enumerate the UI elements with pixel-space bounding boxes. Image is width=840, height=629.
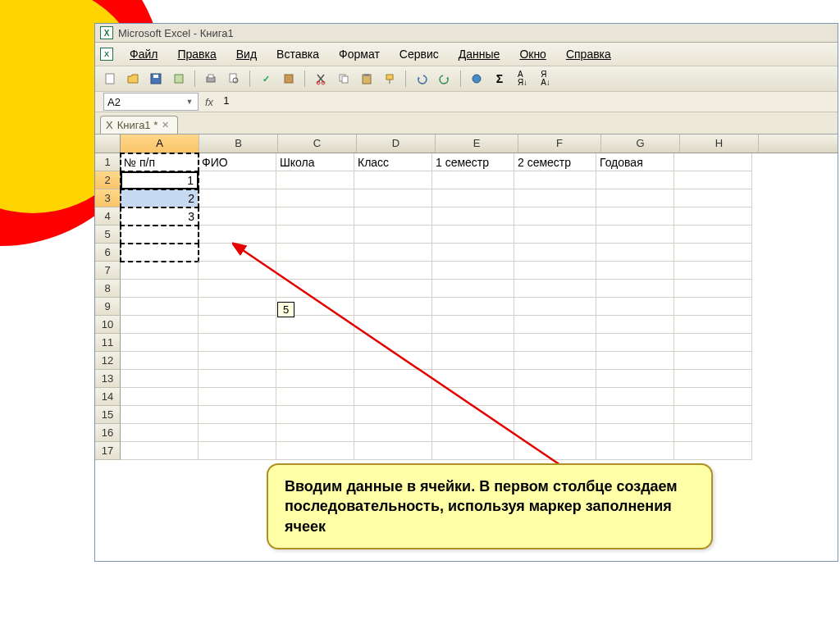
cell[interactable]: [432, 370, 514, 388]
cell[interactable]: [121, 352, 199, 370]
cell[interactable]: [276, 316, 354, 334]
cell[interactable]: [596, 280, 674, 298]
cell-A4[interactable]: 3: [121, 207, 199, 226]
cell[interactable]: [674, 153, 752, 171]
cell[interactable]: [354, 334, 432, 352]
menu-tools[interactable]: Сервис: [391, 45, 447, 63]
cell[interactable]: [121, 298, 199, 316]
cell[interactable]: [199, 207, 276, 226]
cell[interactable]: [432, 280, 514, 298]
open-icon[interactable]: [123, 69, 143, 89]
cell[interactable]: [354, 189, 432, 207]
name-box-dropdown-icon[interactable]: ▼: [185, 98, 194, 106]
menu-file[interactable]: Файл: [121, 45, 166, 63]
menu-format[interactable]: Формат: [331, 45, 388, 63]
cell[interactable]: [199, 442, 276, 460]
menu-help[interactable]: Справка: [558, 45, 619, 63]
cell[interactable]: [514, 388, 596, 406]
cell[interactable]: [596, 298, 674, 316]
col-header-C[interactable]: C: [278, 134, 357, 153]
sort-desc-icon[interactable]: ЯА↓: [536, 69, 555, 89]
cell[interactable]: [432, 442, 514, 460]
redo-icon[interactable]: [435, 69, 454, 89]
cell[interactable]: [121, 424, 199, 442]
cell[interactable]: [596, 388, 674, 406]
cell[interactable]: [121, 244, 199, 262]
new-icon[interactable]: [100, 69, 120, 89]
cell[interactable]: [276, 244, 354, 262]
paste-icon[interactable]: [357, 69, 377, 89]
col-header-B[interactable]: B: [199, 134, 278, 153]
cell[interactable]: [674, 442, 752, 460]
cell[interactable]: [354, 262, 432, 280]
col-header-D[interactable]: D: [357, 134, 436, 153]
cell[interactable]: [596, 406, 674, 424]
cell[interactable]: [199, 388, 276, 406]
cell[interactable]: [199, 171, 276, 189]
cell[interactable]: [276, 352, 354, 370]
cell[interactable]: [354, 280, 432, 298]
cell[interactable]: [596, 442, 674, 460]
cell[interactable]: [514, 298, 596, 316]
cell[interactable]: [121, 442, 199, 460]
row-header[interactable]: 4: [95, 207, 121, 226]
menu-view[interactable]: Вид: [228, 45, 265, 63]
cell[interactable]: [276, 207, 354, 226]
cell-F1[interactable]: 2 семестр: [514, 153, 596, 171]
cell[interactable]: [674, 226, 752, 244]
document-tab[interactable]: X Книга1 * ✕: [100, 116, 178, 134]
row-header[interactable]: 5: [95, 226, 121, 244]
cell[interactable]: [674, 207, 752, 226]
row-header[interactable]: 10: [95, 316, 121, 334]
cell[interactable]: [199, 406, 276, 424]
cell[interactable]: [514, 189, 596, 207]
row-header[interactable]: 2: [95, 171, 121, 189]
cell[interactable]: [432, 207, 514, 226]
cell[interactable]: [276, 334, 354, 352]
cell[interactable]: [674, 406, 752, 424]
row-header[interactable]: 3: [95, 189, 121, 207]
row-header[interactable]: 6: [95, 244, 121, 262]
row-header[interactable]: 12: [95, 352, 121, 370]
cut-icon[interactable]: [311, 69, 331, 89]
cell[interactable]: [199, 226, 276, 244]
cell[interactable]: [121, 406, 199, 424]
cell[interactable]: [121, 262, 199, 280]
cell[interactable]: [276, 406, 354, 424]
cell[interactable]: [674, 189, 752, 207]
cell[interactable]: [596, 316, 674, 334]
cell[interactable]: [514, 406, 596, 424]
cell[interactable]: [354, 388, 432, 406]
cell[interactable]: [596, 370, 674, 388]
col-header-F[interactable]: F: [518, 134, 601, 153]
cell[interactable]: [354, 244, 432, 262]
spelling-icon[interactable]: ✓: [256, 69, 276, 89]
cell[interactable]: [276, 442, 354, 460]
cell[interactable]: [432, 244, 514, 262]
cell[interactable]: [432, 334, 514, 352]
cell-A1[interactable]: № п/п: [121, 153, 199, 171]
cell[interactable]: [276, 226, 354, 244]
format-painter-icon[interactable]: [380, 69, 399, 89]
cell[interactable]: [514, 280, 596, 298]
cell-G1[interactable]: Годовая: [596, 153, 674, 171]
cell[interactable]: [199, 244, 276, 262]
fx-label[interactable]: fx: [205, 96, 213, 108]
cell[interactable]: [596, 424, 674, 442]
cell[interactable]: [121, 316, 199, 334]
print-icon[interactable]: [201, 69, 221, 89]
cell[interactable]: [674, 244, 752, 262]
cell-A3[interactable]: 2: [121, 189, 199, 207]
cell[interactable]: [199, 280, 276, 298]
cell[interactable]: [354, 316, 432, 334]
cell[interactable]: [354, 298, 432, 316]
cell[interactable]: [199, 352, 276, 370]
cell[interactable]: [432, 316, 514, 334]
cell[interactable]: [514, 316, 596, 334]
cell[interactable]: [199, 424, 276, 442]
cell[interactable]: [674, 334, 752, 352]
cell[interactable]: [674, 352, 752, 370]
cell[interactable]: [596, 207, 674, 226]
cell[interactable]: [276, 171, 354, 189]
cell[interactable]: [596, 244, 674, 262]
